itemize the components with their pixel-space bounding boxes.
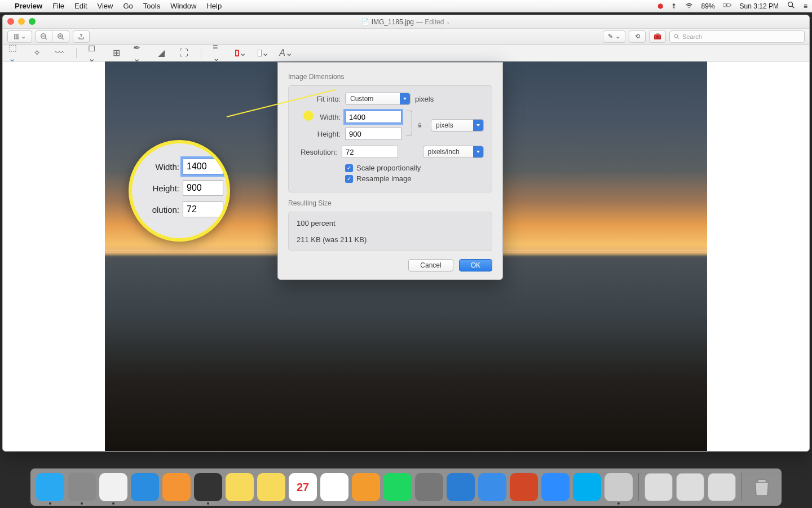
markup-button[interactable]: ✎ ⌄ [603,30,625,43]
dock-keynote[interactable] [478,473,506,501]
sidebar-toggle-button[interactable]: ▥ ⌄ [7,30,32,43]
dock-minimized-window[interactable] [676,473,704,501]
selection-tool-icon[interactable]: ⬚ ⌄ [8,47,20,59]
width-input[interactable] [345,111,401,123]
dock-zoom[interactable] [541,473,570,501]
rotate-button[interactable]: ⟲ [629,30,646,43]
markup-toolbar-button[interactable]: 🧰 [649,30,666,43]
traffic-lights [7,18,36,25]
menu-window[interactable]: Window [170,2,196,10]
dock-calendar[interactable]: 27 [289,473,317,501]
macos-menubar: Preview File Edit View Go Tools Window H… [0,0,812,12]
cancel-button[interactable]: Cancel [408,259,453,271]
lens-width-label: Width: [140,162,179,172]
border-color-icon[interactable]: ⌄ [235,47,246,59]
wifi-icon[interactable] [685,1,694,11]
dock-minimized-window[interactable] [708,473,736,501]
menu-go[interactable]: Go [123,2,133,10]
resolution-input[interactable] [342,146,398,158]
menu-file[interactable]: File [52,2,64,10]
dock-trash[interactable] [748,473,776,501]
lens-width-value: 1400 [183,159,223,174]
close-button[interactable] [7,18,14,25]
dock-skype[interactable] [573,473,601,501]
window-titlebar[interactable]: 📄 IMG_1185.jpg — Edited ⌄ [3,15,809,29]
text-tool-icon[interactable]: ⊞ [111,47,122,59]
app-name[interactable]: Preview [15,2,42,10]
adjust-color-icon[interactable]: ◢ [156,47,167,59]
svg-rect-1 [730,5,731,6]
scale-proportionally-checkbox[interactable]: ✓ Scale proportionally [345,164,484,172]
fit-into-select[interactable]: Custom [345,93,411,105]
dock-minimized-window[interactable] [645,473,673,501]
window-edited-status: — Edited [416,18,444,26]
share-button[interactable] [73,30,90,43]
lens-resolution-label: olution: [140,205,179,214]
checkbox-checked-icon: ✓ [345,164,353,172]
dialog-title: Image Dimensions [288,73,492,81]
battery-icon[interactable] [723,1,732,11]
markup-toolbar: ⬚ ⌄ ✧ 〰 ◻ ⌄ ⊞ ✒ ⌄ ◢ ⛶ ≡ ⌄ ⌄ ⌄ A ⌄ [3,45,809,62]
minimize-button[interactable] [18,18,25,25]
resolution-unit-select[interactable]: pixels/inch [423,146,484,158]
shapes-tool-icon[interactable]: ◻ ⌄ [88,47,99,59]
svg-point-2 [788,2,793,7]
menu-edit[interactable]: Edit [74,2,87,10]
sign-tool-icon[interactable]: ✒ ⌄ [133,47,144,59]
lock-icon[interactable] [417,121,423,129]
search-field[interactable]: Search [669,30,805,43]
result-percent: 100 percent [297,219,484,227]
menu-help[interactable]: Help [206,2,222,10]
dimension-unit-select[interactable]: pixels [431,119,484,132]
dock-mission-control[interactable] [194,473,222,501]
resolution-label: Resolution: [297,148,337,156]
dock-spotify[interactable] [383,473,412,501]
menu-view[interactable]: View [98,2,113,10]
dock-firefox[interactable] [162,473,191,501]
dock-finder[interactable] [36,473,64,501]
dock-word[interactable] [447,473,475,501]
status-icon-2[interactable]: ⇞ [671,2,677,10]
dock-music[interactable] [320,473,348,501]
instant-alpha-icon[interactable]: ✧ [31,47,42,59]
macos-dock: 27 [30,468,782,506]
dock-books[interactable] [352,473,380,501]
dock-settings[interactable] [415,473,443,501]
fit-into-unit: pixels [415,95,434,103]
zoom-out-button[interactable] [36,30,52,43]
fill-color-icon[interactable]: ⌄ [258,47,269,59]
line-style-icon[interactable]: ≡ ⌄ [213,47,224,59]
menu-tools[interactable]: Tools [143,2,160,10]
adjust-size-icon[interactable]: ⛶ [178,47,189,59]
window-title: IMG_1185.jpg [372,18,414,26]
lens-resolution-value: 72 [183,202,223,217]
dock-powerpoint[interactable] [510,473,538,501]
lens-height-label: Height: [140,183,179,193]
font-style-icon[interactable]: A ⌄ [280,47,292,59]
dock-launchpad[interactable] [68,473,96,501]
callout-dot [303,111,314,121]
resample-image-checkbox[interactable]: ✓ Resample image [345,174,484,183]
resulting-size-panel: 100 percent 211 KB (was 211 KB) [288,212,492,251]
lens-height-value: 900 [183,180,223,196]
dock-chrome[interactable] [99,473,127,501]
search-placeholder: Search [682,33,702,40]
doc-icon: 📄 [361,18,369,25]
zoom-in-button[interactable] [52,30,69,43]
dock-safari[interactable] [131,473,159,501]
clock[interactable]: Sun 3:12 PM [740,2,779,10]
dock-stickies[interactable] [257,473,285,501]
control-center-icon[interactable]: ≡ [804,2,807,10]
height-input[interactable] [345,128,401,140]
status-icon-1[interactable]: ⬢ [657,2,663,10]
maximize-button[interactable] [29,18,36,25]
checkbox-checked-icon: ✓ [345,175,353,183]
main-toolbar: ▥ ⌄ ✎ ⌄ ⟲ 🧰 Search [3,29,809,45]
svg-point-5 [674,34,678,38]
dock-notes[interactable] [226,473,254,501]
spotlight-icon[interactable] [787,1,796,11]
dock-photos[interactable] [604,473,633,501]
sketch-tool-icon[interactable]: 〰 [54,47,65,59]
title-dropdown-icon[interactable]: ⌄ [446,19,451,25]
ok-button[interactable]: OK [459,259,492,271]
